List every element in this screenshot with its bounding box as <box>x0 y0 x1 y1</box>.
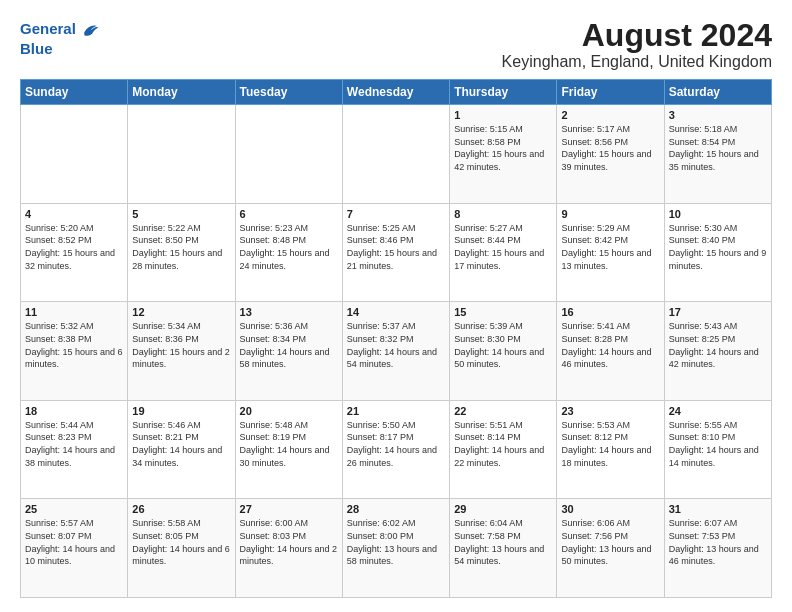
calendar-day-cell: 9Sunrise: 5:29 AMSunset: 8:42 PMDaylight… <box>557 203 664 302</box>
weekday-header-thursday: Thursday <box>450 80 557 105</box>
calendar-table: SundayMondayTuesdayWednesdayThursdayFrid… <box>20 79 772 598</box>
day-info: Sunrise: 5:25 AMSunset: 8:46 PMDaylight:… <box>347 222 445 272</box>
calendar-day-cell: 22Sunrise: 5:51 AMSunset: 8:14 PMDayligh… <box>450 400 557 499</box>
day-info: Sunrise: 6:00 AMSunset: 8:03 PMDaylight:… <box>240 517 338 567</box>
day-info: Sunrise: 6:06 AMSunset: 7:56 PMDaylight:… <box>561 517 659 567</box>
calendar-week-5: 25Sunrise: 5:57 AMSunset: 8:07 PMDayligh… <box>21 499 772 598</box>
day-number: 23 <box>561 405 659 417</box>
title-block: August 2024 Keyingham, England, United K… <box>502 18 772 71</box>
day-number: 25 <box>25 503 123 515</box>
day-number: 31 <box>669 503 767 515</box>
day-number: 21 <box>347 405 445 417</box>
day-info: Sunrise: 5:44 AMSunset: 8:23 PMDaylight:… <box>25 419 123 469</box>
calendar-day-cell: 23Sunrise: 5:53 AMSunset: 8:12 PMDayligh… <box>557 400 664 499</box>
weekday-header-friday: Friday <box>557 80 664 105</box>
day-info: Sunrise: 6:02 AMSunset: 8:00 PMDaylight:… <box>347 517 445 567</box>
calendar-day-cell: 28Sunrise: 6:02 AMSunset: 8:00 PMDayligh… <box>342 499 449 598</box>
day-number: 22 <box>454 405 552 417</box>
day-number: 16 <box>561 306 659 318</box>
calendar-day-cell: 27Sunrise: 6:00 AMSunset: 8:03 PMDayligh… <box>235 499 342 598</box>
day-info: Sunrise: 5:22 AMSunset: 8:50 PMDaylight:… <box>132 222 230 272</box>
calendar-day-cell: 14Sunrise: 5:37 AMSunset: 8:32 PMDayligh… <box>342 302 449 401</box>
page-subtitle: Keyingham, England, United Kingdom <box>502 53 772 71</box>
calendar-day-cell: 6Sunrise: 5:23 AMSunset: 8:48 PMDaylight… <box>235 203 342 302</box>
calendar-day-cell: 29Sunrise: 6:04 AMSunset: 7:58 PMDayligh… <box>450 499 557 598</box>
logo-bird-icon <box>78 18 100 40</box>
day-number: 18 <box>25 405 123 417</box>
day-number: 2 <box>561 109 659 121</box>
calendar-week-1: 1Sunrise: 5:15 AMSunset: 8:58 PMDaylight… <box>21 105 772 204</box>
calendar-day-cell: 30Sunrise: 6:06 AMSunset: 7:56 PMDayligh… <box>557 499 664 598</box>
day-number: 7 <box>347 208 445 220</box>
calendar-day-cell: 19Sunrise: 5:46 AMSunset: 8:21 PMDayligh… <box>128 400 235 499</box>
day-number: 28 <box>347 503 445 515</box>
day-number: 4 <box>25 208 123 220</box>
day-info: Sunrise: 5:48 AMSunset: 8:19 PMDaylight:… <box>240 419 338 469</box>
day-info: Sunrise: 5:58 AMSunset: 8:05 PMDaylight:… <box>132 517 230 567</box>
calendar-day-cell <box>342 105 449 204</box>
day-number: 9 <box>561 208 659 220</box>
day-info: Sunrise: 5:20 AMSunset: 8:52 PMDaylight:… <box>25 222 123 272</box>
calendar-week-4: 18Sunrise: 5:44 AMSunset: 8:23 PMDayligh… <box>21 400 772 499</box>
day-number: 19 <box>132 405 230 417</box>
calendar-day-cell <box>235 105 342 204</box>
day-info: Sunrise: 5:57 AMSunset: 8:07 PMDaylight:… <box>25 517 123 567</box>
day-number: 6 <box>240 208 338 220</box>
day-info: Sunrise: 5:15 AMSunset: 8:58 PMDaylight:… <box>454 123 552 173</box>
header: General Blue August 2024 Keyingham, Engl… <box>20 18 772 71</box>
logo-text: General <box>20 20 76 38</box>
calendar-day-cell <box>21 105 128 204</box>
day-number: 15 <box>454 306 552 318</box>
day-info: Sunrise: 5:29 AMSunset: 8:42 PMDaylight:… <box>561 222 659 272</box>
calendar-day-cell: 31Sunrise: 6:07 AMSunset: 7:53 PMDayligh… <box>664 499 771 598</box>
calendar-day-cell: 18Sunrise: 5:44 AMSunset: 8:23 PMDayligh… <box>21 400 128 499</box>
day-number: 11 <box>25 306 123 318</box>
day-info: Sunrise: 5:55 AMSunset: 8:10 PMDaylight:… <box>669 419 767 469</box>
day-number: 27 <box>240 503 338 515</box>
calendar-day-cell: 4Sunrise: 5:20 AMSunset: 8:52 PMDaylight… <box>21 203 128 302</box>
calendar-day-cell: 26Sunrise: 5:58 AMSunset: 8:05 PMDayligh… <box>128 499 235 598</box>
day-number: 10 <box>669 208 767 220</box>
day-info: Sunrise: 5:39 AMSunset: 8:30 PMDaylight:… <box>454 320 552 370</box>
weekday-header-wednesday: Wednesday <box>342 80 449 105</box>
logo: General Blue <box>20 18 100 58</box>
day-number: 8 <box>454 208 552 220</box>
day-info: Sunrise: 5:36 AMSunset: 8:34 PMDaylight:… <box>240 320 338 370</box>
weekday-header-saturday: Saturday <box>664 80 771 105</box>
day-info: Sunrise: 5:43 AMSunset: 8:25 PMDaylight:… <box>669 320 767 370</box>
calendar-week-2: 4Sunrise: 5:20 AMSunset: 8:52 PMDaylight… <box>21 203 772 302</box>
weekday-header-sunday: Sunday <box>21 80 128 105</box>
calendar-day-cell: 8Sunrise: 5:27 AMSunset: 8:44 PMDaylight… <box>450 203 557 302</box>
logo-text2: Blue <box>20 40 100 58</box>
day-info: Sunrise: 5:34 AMSunset: 8:36 PMDaylight:… <box>132 320 230 370</box>
calendar-day-cell: 16Sunrise: 5:41 AMSunset: 8:28 PMDayligh… <box>557 302 664 401</box>
weekday-header-tuesday: Tuesday <box>235 80 342 105</box>
day-info: Sunrise: 6:04 AMSunset: 7:58 PMDaylight:… <box>454 517 552 567</box>
calendar-day-cell: 17Sunrise: 5:43 AMSunset: 8:25 PMDayligh… <box>664 302 771 401</box>
day-info: Sunrise: 5:41 AMSunset: 8:28 PMDaylight:… <box>561 320 659 370</box>
day-number: 20 <box>240 405 338 417</box>
day-number: 26 <box>132 503 230 515</box>
day-number: 1 <box>454 109 552 121</box>
calendar-day-cell: 24Sunrise: 5:55 AMSunset: 8:10 PMDayligh… <box>664 400 771 499</box>
weekday-header-monday: Monday <box>128 80 235 105</box>
day-info: Sunrise: 5:46 AMSunset: 8:21 PMDaylight:… <box>132 419 230 469</box>
calendar-day-cell: 11Sunrise: 5:32 AMSunset: 8:38 PMDayligh… <box>21 302 128 401</box>
day-number: 17 <box>669 306 767 318</box>
day-info: Sunrise: 6:07 AMSunset: 7:53 PMDaylight:… <box>669 517 767 567</box>
day-number: 24 <box>669 405 767 417</box>
day-info: Sunrise: 5:17 AMSunset: 8:56 PMDaylight:… <box>561 123 659 173</box>
day-number: 12 <box>132 306 230 318</box>
page: General Blue August 2024 Keyingham, Engl… <box>0 0 792 612</box>
day-info: Sunrise: 5:50 AMSunset: 8:17 PMDaylight:… <box>347 419 445 469</box>
day-info: Sunrise: 5:18 AMSunset: 8:54 PMDaylight:… <box>669 123 767 173</box>
calendar-day-cell: 2Sunrise: 5:17 AMSunset: 8:56 PMDaylight… <box>557 105 664 204</box>
day-info: Sunrise: 5:32 AMSunset: 8:38 PMDaylight:… <box>25 320 123 370</box>
day-info: Sunrise: 5:27 AMSunset: 8:44 PMDaylight:… <box>454 222 552 272</box>
calendar-day-cell: 13Sunrise: 5:36 AMSunset: 8:34 PMDayligh… <box>235 302 342 401</box>
calendar-day-cell: 15Sunrise: 5:39 AMSunset: 8:30 PMDayligh… <box>450 302 557 401</box>
calendar-day-cell: 21Sunrise: 5:50 AMSunset: 8:17 PMDayligh… <box>342 400 449 499</box>
day-info: Sunrise: 5:23 AMSunset: 8:48 PMDaylight:… <box>240 222 338 272</box>
day-number: 13 <box>240 306 338 318</box>
day-info: Sunrise: 5:37 AMSunset: 8:32 PMDaylight:… <box>347 320 445 370</box>
